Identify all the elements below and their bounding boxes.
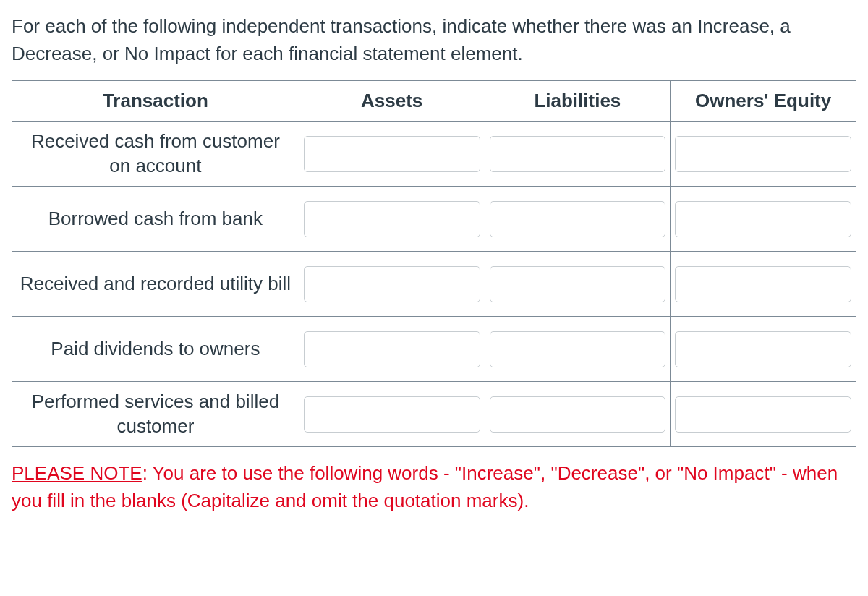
transactions-table: Transaction Assets Liabilities Owners' E… (12, 80, 856, 447)
table-row: Borrowed cash from bank (12, 187, 856, 252)
cell-liabilities (485, 382, 671, 447)
owners-equity-input[interactable] (675, 201, 851, 237)
assets-input[interactable] (304, 136, 480, 172)
header-transaction: Transaction (12, 81, 299, 122)
liabilities-input[interactable] (490, 201, 666, 237)
cell-liabilities (485, 252, 671, 317)
owners-equity-input[interactable] (675, 396, 851, 433)
cell-assets (299, 317, 485, 382)
owners-equity-input[interactable] (675, 266, 851, 302)
cell-assets (299, 252, 485, 317)
cell-owners-equity (671, 317, 856, 382)
assets-input[interactable] (304, 266, 480, 302)
liabilities-input[interactable] (490, 266, 666, 302)
header-liabilities: Liabilities (485, 81, 671, 122)
liabilities-input[interactable] (490, 331, 666, 367)
table-row: Performed services and billed customer (12, 382, 856, 447)
cell-assets (299, 187, 485, 252)
transaction-label: Paid dividends to owners (12, 317, 299, 382)
liabilities-input[interactable] (490, 396, 666, 433)
transaction-label: Received and recorded utility bill (12, 252, 299, 317)
transaction-label: Performed services and billed customer (12, 382, 299, 447)
cell-owners-equity (671, 252, 856, 317)
liabilities-input[interactable] (490, 136, 666, 172)
instructions-text: For each of the following independent tr… (12, 13, 856, 67)
cell-liabilities (485, 122, 671, 187)
cell-liabilities (485, 317, 671, 382)
assets-input[interactable] (304, 201, 480, 237)
assets-input[interactable] (304, 331, 480, 367)
transaction-label: Borrowed cash from bank (12, 187, 299, 252)
transaction-label: Received cash from customer on account (12, 122, 299, 187)
table-header-row: Transaction Assets Liabilities Owners' E… (12, 81, 856, 122)
cell-owners-equity (671, 187, 856, 252)
header-assets: Assets (299, 81, 485, 122)
cell-assets (299, 122, 485, 187)
owners-equity-input[interactable] (675, 136, 851, 172)
owners-equity-input[interactable] (675, 331, 851, 367)
cell-owners-equity (671, 122, 856, 187)
cell-assets (299, 382, 485, 447)
note-label: PLEASE NOTE (12, 462, 142, 484)
assets-input[interactable] (304, 396, 480, 433)
cell-liabilities (485, 187, 671, 252)
table-row: Paid dividends to owners (12, 317, 856, 382)
table-row: Received cash from customer on account (12, 122, 856, 187)
header-owners-equity: Owners' Equity (671, 81, 856, 122)
table-row: Received and recorded utility bill (12, 252, 856, 317)
note-text: PLEASE NOTE: You are to use the followin… (12, 460, 856, 514)
cell-owners-equity (671, 382, 856, 447)
